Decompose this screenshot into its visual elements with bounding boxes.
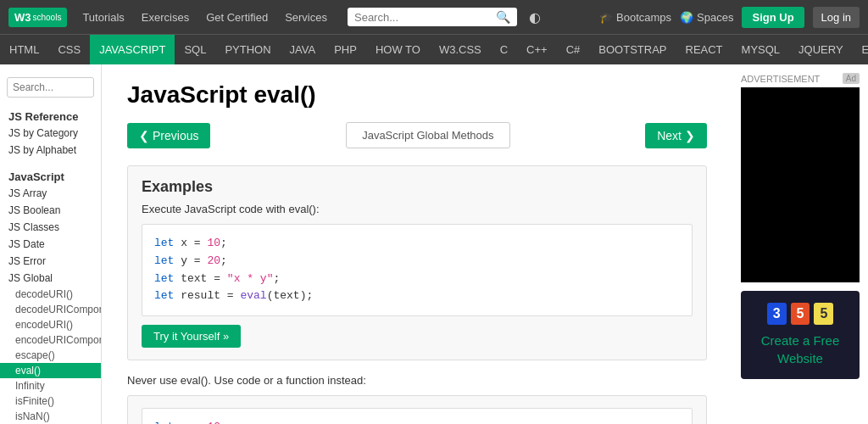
logo-w3: W3 xyxy=(14,11,31,24)
code-block-2: let x = 10; let y = 20; let result = x *… xyxy=(142,408,693,424)
topic-javascript[interactable]: JAVASCRIPT xyxy=(90,35,175,64)
sidebar-item-decodeuRI[interactable]: decodeURI() xyxy=(0,287,101,302)
sidebar-item-js-global[interactable]: JS Global xyxy=(0,270,101,287)
topic-sql[interactable]: SQL xyxy=(175,35,215,64)
ad-label: ADVERTISEMENT Ad xyxy=(741,73,860,84)
center-nav-button[interactable]: JavaScript Global Methods xyxy=(346,122,509,148)
next-button[interactable]: Next ❯ xyxy=(645,123,707,148)
prev-button[interactable]: ❮ Previous xyxy=(127,123,210,148)
sidebar-search-container[interactable] xyxy=(0,73,101,102)
topic-c[interactable]: C xyxy=(491,35,517,64)
get-certified-link[interactable]: Get Certified xyxy=(199,8,275,27)
sidebar: JS Reference JS by Category JS by Alphab… xyxy=(0,64,102,424)
sidebar-item-js-by-category[interactable]: JS by Category xyxy=(0,125,101,142)
topic-navigation: HTML CSS JAVASCRIPT SQL PYTHON JAVA PHP … xyxy=(0,34,868,64)
topic-howto[interactable]: HOW TO xyxy=(366,35,430,64)
theme-toggle-button[interactable]: ◐ xyxy=(526,6,544,29)
topic-jquery[interactable]: JQUERY xyxy=(789,35,853,64)
nav-right: 🎓 Bootcamps 🌍 Spaces Sign Up Log in xyxy=(599,7,860,28)
topic-java[interactable]: JAVA xyxy=(281,35,326,64)
topic-excel[interactable]: EXCEL xyxy=(853,35,868,64)
topic-w3css[interactable]: W3.CSS xyxy=(430,35,491,64)
sidebar-item-js-error[interactable]: JS Error xyxy=(0,253,101,270)
tutorials-link[interactable]: Tutorials xyxy=(75,8,131,27)
chevron-left-icon: ❮ xyxy=(139,129,149,142)
topic-react[interactable]: REACT xyxy=(676,35,732,64)
examples-heading: Examples xyxy=(142,178,693,196)
topic-csharp[interactable]: C# xyxy=(557,35,590,64)
bootcamps-link[interactable]: 🎓 Bootcamps xyxy=(599,11,671,24)
top-search-input[interactable] xyxy=(354,11,496,24)
topic-html[interactable]: HTML xyxy=(0,35,48,64)
layout: JS Reference JS by Category JS by Alphab… xyxy=(0,64,868,424)
code-line-4: let result = eval(text); xyxy=(154,287,680,305)
sidebar-item-encodeuRI[interactable]: encodeURI() xyxy=(0,317,101,332)
topic-mysql[interactable]: MYSQL xyxy=(732,35,790,64)
nav-buttons: ❮ Previous JavaScript Global Methods Nex… xyxy=(127,122,707,148)
search-icon: 🔍 xyxy=(496,10,510,24)
code-line-3: let text = "x * y"; xyxy=(154,271,680,288)
never-use-text: Never use eval(). Use code or a function… xyxy=(127,374,707,387)
sidebar-item-eval[interactable]: eval() xyxy=(0,363,101,378)
html-icon: 5 xyxy=(791,303,810,325)
logo[interactable]: W3 schools xyxy=(8,8,67,27)
exercises-link[interactable]: Exercises xyxy=(135,8,196,27)
example-section-2: let x = 10; let y = 20; let result = x *… xyxy=(127,395,707,424)
code2-line-1: let x = 10; xyxy=(154,419,680,424)
sidebar-search-input[interactable] xyxy=(7,77,94,98)
code-line-2: let y = 20; xyxy=(154,253,680,271)
topic-nav-list: HTML CSS JAVASCRIPT SQL PYTHON JAVA PHP … xyxy=(0,35,868,64)
tech-icons: 3 5 5 xyxy=(749,303,851,325)
topic-cpp[interactable]: C++ xyxy=(517,35,557,64)
sidebar-item-js-by-alphabet[interactable]: JS by Alphabet xyxy=(0,142,101,159)
sidebar-item-decodeuRIcomponent[interactable]: decodeURIComponent() xyxy=(0,302,101,317)
sidebar-item-js-boolean[interactable]: JS Boolean xyxy=(0,202,101,219)
sidebar-item-encodeuRIcomponent[interactable]: encodeURIComponent() xyxy=(0,332,101,348)
sidebar-item-js-classes[interactable]: JS Classes xyxy=(0,219,101,236)
ad-sidebar: ADVERTISEMENT Ad 3 5 5 Create a Free Web… xyxy=(732,64,868,424)
chevron-right-icon: ❯ xyxy=(685,129,695,142)
top-navigation: W3 schools Tutorials Exercises Get Certi… xyxy=(0,0,868,34)
example1-description: Execute JavaScript code with eval(): xyxy=(142,203,693,215)
signup-button[interactable]: Sign Up xyxy=(742,7,804,28)
top-search-bar[interactable]: 🔍 xyxy=(348,8,517,26)
top-nav-links: Tutorials Exercises Get Certified Servic… xyxy=(75,8,334,27)
js-icon: 5 xyxy=(814,303,833,325)
spaces-icon: 🌍 xyxy=(680,11,693,24)
javascript-section-header: JavaScript xyxy=(0,165,101,185)
example-section-1: Examples Execute JavaScript code with ev… xyxy=(127,165,707,360)
main-content: JavaScript eval() ❮ Previous JavaScript … xyxy=(102,64,732,424)
code-block-1: let x = 10; let y = 20; let text = "x * … xyxy=(142,224,693,316)
try-it-button-1[interactable]: Try it Yourself » xyxy=(142,325,241,348)
login-button[interactable]: Log in xyxy=(813,7,860,28)
topic-python[interactable]: PYTHON xyxy=(215,35,280,64)
ad-create-website[interactable]: 3 5 5 Create a Free Website xyxy=(741,291,860,379)
topic-bootstrap[interactable]: BOOTSTRAP xyxy=(589,35,676,64)
logo-schools: schools xyxy=(33,13,62,22)
sidebar-item-isfinite[interactable]: isFinite() xyxy=(0,393,101,409)
js-reference-section-title: JS Reference xyxy=(0,107,101,125)
services-link[interactable]: Services xyxy=(278,8,334,27)
bootcamps-icon: 🎓 xyxy=(599,11,613,24)
spaces-link[interactable]: 🌍 Spaces xyxy=(680,11,733,24)
sidebar-item-js-array[interactable]: JS Array xyxy=(0,185,101,202)
page-title: JavaScript eval() xyxy=(127,81,707,109)
topic-php[interactable]: PHP xyxy=(325,35,366,64)
css-icon: 3 xyxy=(767,303,787,325)
sidebar-item-isnan[interactable]: isNaN() xyxy=(0,409,101,424)
topic-css[interactable]: CSS xyxy=(48,35,90,64)
sidebar-item-escape[interactable]: escape() xyxy=(0,348,101,363)
sidebar-divider xyxy=(0,159,101,165)
ad-banner xyxy=(741,87,860,282)
code-line-1: let x = 10; xyxy=(154,235,680,253)
sidebar-item-js-date[interactable]: JS Date xyxy=(0,236,101,253)
create-text: Create a Free Website xyxy=(749,332,851,367)
sidebar-item-infinity[interactable]: Infinity xyxy=(0,378,101,393)
